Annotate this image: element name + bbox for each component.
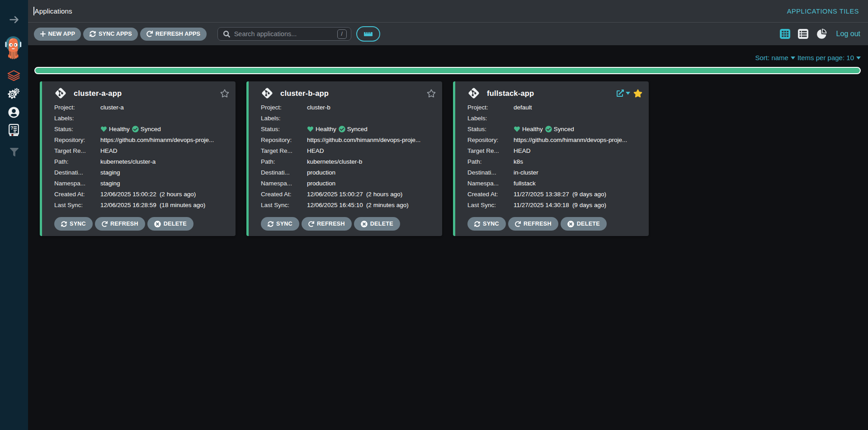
card-field-row: Destinati...in-cluster: [467, 167, 642, 178]
card-field-row: Project:default: [467, 102, 642, 113]
argo-cd-logo-icon[interactable]: [0, 32, 28, 62]
field-value-relative-time: (2 minutes ago): [366, 202, 409, 208]
items-per-page-value[interactable]: 10: [846, 54, 854, 61]
health-status-text: Healthy: [109, 126, 130, 132]
new-app-button[interactable]: NEW APP: [34, 28, 81, 41]
sidebar-user-item[interactable]: [8, 107, 19, 120]
card-field-row: Labels:: [261, 113, 436, 123]
star-outline-icon[interactable]: [427, 89, 436, 98]
field-label: Namespa...: [261, 180, 307, 187]
field-label: Destinati...: [54, 169, 100, 176]
card-field-row: Path:k8s: [467, 156, 642, 167]
sync-status-text: Synced: [554, 126, 574, 132]
health-summary-bar: [34, 67, 861, 74]
field-label: Status:: [261, 126, 307, 132]
toolbar-right-group: Log out: [772, 28, 860, 39]
star-filled-icon[interactable]: [633, 89, 642, 98]
sync-apps-label: SYNC APPS: [99, 31, 132, 37]
card-field-row: Namespa...fullstack: [467, 178, 642, 189]
field-label: Created At:: [54, 191, 100, 198]
sync-button[interactable]: SYNC: [467, 217, 506, 231]
field-label: Labels:: [261, 115, 307, 122]
refresh-button[interactable]: REFRESH: [508, 217, 558, 231]
application-card[interactable]: cluster-b-app Project:cluster-bLabels:St…: [246, 81, 442, 236]
sync-button[interactable]: SYNC: [54, 217, 93, 231]
field-value-relative-time: (9 days ago): [572, 202, 606, 208]
field-label: Namespa...: [54, 180, 100, 187]
main-panel: Applications APPLICATIONS TILES NEW APP …: [28, 0, 868, 430]
application-card[interactable]: fullstack-app Project:defaultLabels:Stat…: [453, 81, 649, 236]
refresh-icon: [146, 31, 153, 37]
app-name[interactable]: cluster-a-app: [74, 89, 122, 98]
status-value: Healthy Synced: [100, 126, 161, 132]
sort-label: Sort:: [755, 54, 772, 61]
card-field-row: Namespa...production: [261, 178, 436, 189]
field-label: Labels:: [467, 115, 514, 122]
sort-value[interactable]: name: [771, 54, 788, 61]
card-field-row: Path:kubernetes/cluster-a: [54, 156, 229, 167]
field-value: https://github.com/himanm/devops-proje..…: [514, 137, 627, 143]
tiles-view-icon[interactable]: [780, 29, 790, 39]
refresh-button-label: REFRESH: [317, 221, 345, 227]
healthy-heart-icon: [514, 126, 520, 132]
sync-status-text: Synced: [141, 126, 161, 132]
refresh-button[interactable]: REFRESH: [95, 217, 145, 231]
card-field-row: Last Sync:12/06/2025 16:28:59(18 minutes…: [54, 199, 229, 210]
application-git-icon: [261, 87, 274, 99]
sidebar-filter-icon[interactable]: [10, 148, 19, 158]
sidebar-settings-item[interactable]: [7, 87, 20, 101]
search-box: /: [217, 27, 351, 41]
field-value-relative-time: (9 days ago): [572, 191, 606, 198]
summary-pie-view-icon[interactable]: [816, 28, 827, 39]
field-value: 12/06/2025 16:28:59: [100, 202, 156, 208]
sort-caret-icon[interactable]: [791, 57, 795, 60]
health-status-bar-toggle[interactable]: [356, 26, 380, 42]
synced-check-icon: [545, 126, 552, 132]
card-field-row: Namespa...staging: [54, 178, 229, 189]
app-name[interactable]: cluster-b-app: [280, 89, 329, 98]
field-value: HEAD: [307, 147, 324, 154]
sync-button-label: SYNC: [483, 221, 499, 227]
field-value: 11/27/2025 13:38:27: [514, 191, 569, 198]
delete-button-label: DELETE: [164, 221, 187, 227]
field-value: HEAD: [100, 147, 118, 154]
logout-button[interactable]: Log out: [836, 30, 860, 38]
card-fields: Project:cluster-bLabels:Status: Healthy …: [261, 102, 436, 210]
sync-apps-button[interactable]: SYNC APPS: [83, 28, 138, 41]
delete-button[interactable]: DELETE: [354, 217, 400, 231]
argo-cd-app: ? Applications APPLICATIONS TILES: [0, 0, 868, 430]
new-app-label: NEW APP: [48, 31, 75, 37]
items-per-page-caret-icon[interactable]: [856, 57, 861, 60]
sync-icon: [90, 31, 96, 37]
card-header-actions: [220, 89, 229, 98]
delete-button[interactable]: DELETE: [147, 217, 193, 231]
sync-button[interactable]: SYNC: [261, 217, 299, 231]
sidebar-expand-arrow-icon[interactable]: [9, 15, 19, 26]
list-view-icon[interactable]: [798, 29, 808, 39]
field-value: 12/06/2025 16:45:10: [307, 202, 363, 208]
card-field-row: Path:kubernetes/cluster-b: [261, 156, 436, 167]
card-field-row: Created At:12/06/2025 15:00:22(2 hours a…: [54, 189, 229, 199]
field-label: Target Re...: [261, 147, 307, 154]
refresh-button[interactable]: REFRESH: [302, 217, 352, 231]
refresh-apps-button[interactable]: REFRESH APPS: [140, 28, 206, 41]
card-field-row: Project:cluster-a: [54, 102, 229, 113]
field-value: fullstack: [514, 180, 536, 187]
field-label: Created At:: [467, 191, 514, 198]
field-label: Path:: [54, 158, 100, 165]
app-name[interactable]: fullstack-app: [487, 89, 534, 98]
field-value: default: [514, 104, 532, 111]
field-value: cluster-a: [100, 104, 124, 111]
sidebar-documentation-item[interactable]: ?: [9, 124, 19, 138]
star-outline-icon[interactable]: [220, 89, 229, 98]
external-link-group[interactable]: [617, 90, 630, 97]
search-input[interactable]: [234, 30, 337, 38]
delete-button[interactable]: DELETE: [561, 217, 607, 231]
application-card[interactable]: cluster-a-app Project:cluster-aLabels:St…: [40, 81, 236, 236]
card-field-row: Destinati...production: [261, 167, 436, 178]
health-status-text: Healthy: [522, 126, 543, 132]
field-value: 11/27/2025 14:30:18: [514, 202, 569, 208]
sidebar-applications-item[interactable]: [7, 70, 20, 83]
card-field-row: Repository:https://github.com/himanm/dev…: [261, 134, 436, 145]
card-header: cluster-b-app: [261, 87, 436, 99]
